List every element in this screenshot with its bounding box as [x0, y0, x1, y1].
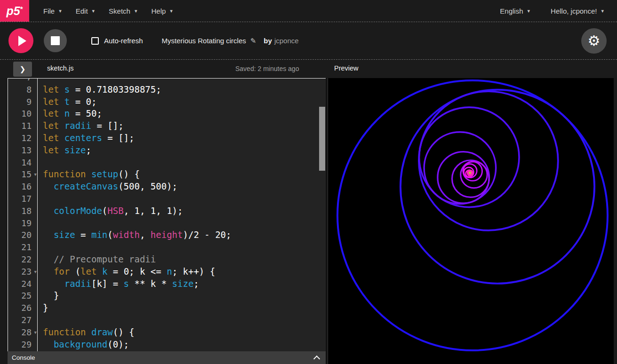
code-editor[interactable]: 789101112131415▼1617181920212223▼2425262… [8, 78, 326, 351]
user-menu[interactable]: Hello, jcponce! ▾ [551, 7, 604, 15]
code-line[interactable]: let n = 50; [38, 108, 326, 120]
console-bar[interactable]: Console [8, 351, 326, 364]
byline: byjcponce [264, 37, 298, 45]
settings-button[interactable]: ⚙ [581, 28, 607, 54]
code-line[interactable]: function setup() { [38, 168, 326, 181]
tab-sketch-js[interactable]: sketch.js [47, 64, 73, 72]
code-line[interactable]: createCanvas(500, 500); [38, 181, 326, 193]
code-lines: let s = 0.71803398875;let t = 0;let n = … [38, 78, 326, 350]
code-line[interactable] [38, 241, 326, 253]
code-line[interactable]: // Precompute radii [38, 253, 326, 266]
line-number: 11 [8, 120, 37, 132]
author-name[interactable]: jcponce [274, 37, 299, 45]
menu-help-label: Help [151, 7, 166, 15]
menu-sketch[interactable]: Sketch ▾ [109, 7, 137, 15]
gear-icon: ⚙ [588, 34, 601, 48]
play-button[interactable] [8, 28, 33, 53]
caret-down-icon: ▾ [528, 8, 530, 14]
caret-down-icon: ▾ [170, 8, 173, 14]
line-number: 19 [8, 217, 37, 229]
code-area[interactable]: let s = 0.71803398875;let t = 0;let n = … [38, 79, 326, 351]
top-nav: p5* File ▾ Edit ▾ Sketch ▾ Help ▾ Englis… [0, 0, 617, 22]
editor-gutter-col: 789101112131415▼1617181920212223▼2425262… [8, 79, 38, 351]
code-line[interactable]: let s = 0.71803398875; [38, 84, 326, 96]
line-number: 26 [8, 302, 37, 314]
code-line[interactable]: for (let k = 0; k <= n; k++) { [38, 266, 326, 278]
autorefresh-wrap: Auto-refresh [91, 37, 143, 45]
line-number: 12 [8, 132, 37, 144]
menu-file[interactable]: File ▾ [43, 7, 62, 15]
line-number: 24 [8, 278, 37, 290]
preview-canvas [328, 78, 614, 364]
code-line[interactable] [38, 157, 326, 169]
code-line[interactable]: let centers = []; [38, 132, 326, 144]
menu-edit-label: Edit [76, 7, 88, 15]
caret-down-icon: ▾ [601, 8, 604, 14]
line-number: 17 [8, 193, 37, 205]
line-number: 22 [8, 253, 37, 266]
console-label: Console [12, 354, 35, 361]
code-line[interactable] [38, 217, 326, 229]
caret-down-icon: ▾ [92, 8, 95, 14]
sketch-title-wrap: Mysterious Rotating circles ✎ [162, 37, 256, 45]
code-line[interactable]: background(0); [38, 339, 326, 351]
code-line[interactable]: let t = 0; [38, 96, 326, 108]
code-line[interactable] [38, 314, 326, 326]
line-number: 29 [8, 339, 37, 351]
sidebar-expand-button[interactable]: ❯ [13, 62, 32, 77]
fold-arrow-icon[interactable]: ▼ [34, 169, 37, 181]
editor-gutter: 789101112131415▼1617181920212223▼2425262… [8, 78, 37, 350]
code-line[interactable]: } [38, 302, 326, 314]
code-line[interactable]: let size; [38, 144, 326, 157]
chevron-right-icon: ❯ [20, 65, 26, 73]
code-line[interactable]: } [38, 290, 326, 302]
language-selector[interactable]: English ▾ [500, 7, 530, 15]
caret-down-icon: ▾ [59, 8, 62, 14]
line-number: 10 [8, 108, 37, 120]
code-line[interactable]: let radii = []; [38, 120, 326, 132]
line-number: 16 [8, 181, 37, 193]
caret-down-icon: ▾ [135, 8, 137, 14]
menu-help[interactable]: Help ▾ [151, 7, 172, 15]
tab-bar: ❯ sketch.js Saved: 2 minutes ago Preview [0, 60, 617, 78]
line-number: 9 [8, 96, 37, 108]
stop-button[interactable] [44, 29, 67, 52]
line-number: 7 [8, 78, 37, 84]
code-line[interactable] [38, 78, 326, 84]
play-icon [18, 36, 26, 46]
editor-scrollbar[interactable] [319, 107, 325, 171]
code-line[interactable]: radii[k] = s ** k * size; [38, 278, 326, 290]
autorefresh-label: Auto-refresh [104, 37, 143, 45]
code-line[interactable]: function draw() { [38, 326, 326, 339]
stop-icon [51, 36, 60, 45]
logo-star: * [20, 5, 23, 13]
autorefresh-checkbox[interactable] [91, 37, 99, 45]
logo-text: p5 [6, 4, 20, 18]
code-line[interactable]: size = min(width, height)/2 - 20; [38, 229, 326, 241]
language-label: English [500, 7, 523, 15]
user-greeting: Hello, jcponce! [551, 7, 597, 15]
by-label: by [264, 37, 272, 45]
code-line[interactable] [38, 193, 326, 205]
preview-label: Preview [334, 64, 359, 72]
edit-title-pencil-icon[interactable]: ✎ [250, 37, 256, 45]
chevron-up-icon[interactable] [313, 356, 320, 362]
line-number: 18 [8, 205, 37, 217]
line-number: 13 [8, 144, 37, 157]
menu-sketch-label: Sketch [109, 7, 130, 15]
sketch-title: Mysterious Rotating circles [162, 37, 246, 45]
saved-status: Saved: 2 minutes ago [235, 65, 299, 72]
menu-edit[interactable]: Edit ▾ [76, 7, 95, 15]
line-number: 28▼ [8, 326, 37, 339]
line-number: 25 [8, 290, 37, 302]
line-number: 14 [8, 157, 37, 169]
code-line[interactable]: colorMode(HSB, 1, 1, 1); [38, 205, 326, 217]
line-number: 21 [8, 241, 37, 253]
line-number: 23▼ [8, 266, 37, 278]
fold-arrow-icon[interactable]: ▼ [34, 266, 37, 278]
menu-file-label: File [43, 7, 55, 15]
line-number: 15▼ [8, 168, 37, 181]
fold-arrow-icon[interactable]: ▼ [34, 327, 37, 339]
nav-right: English ▾ Hello, jcponce! ▾ [479, 7, 617, 15]
p5-logo[interactable]: p5* [0, 0, 29, 22]
